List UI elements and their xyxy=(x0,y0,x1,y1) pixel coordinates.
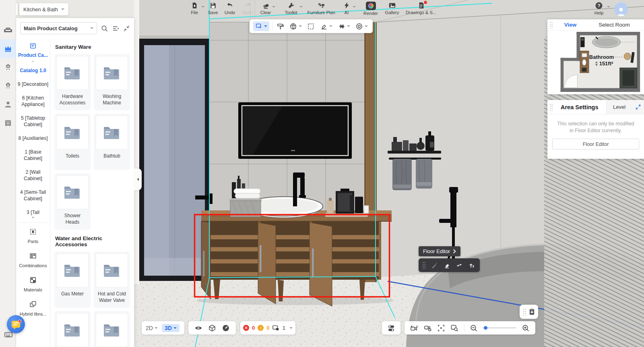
tool-combinations[interactable]: Combinations xyxy=(16,248,50,272)
rail-item-storage[interactable] xyxy=(0,114,16,132)
project-selector[interactable]: Kitchen & Bath xyxy=(19,3,68,15)
plugin-tool[interactable] xyxy=(336,22,351,31)
zoom-out-icon[interactable] xyxy=(470,324,478,332)
category-tall-cabinet[interactable]: 3 [Tall xyxy=(16,206,50,216)
support-chat-button[interactable] xyxy=(7,315,25,333)
drag-handle-icon[interactable] xyxy=(549,21,553,29)
performance-gauge-icon[interactable] xyxy=(222,324,230,332)
sofa-icon xyxy=(4,26,12,35)
eraser-icon[interactable] xyxy=(443,262,450,269)
tool-parts[interactable]: Parts xyxy=(16,224,50,248)
toolbar-file[interactable]: File xyxy=(186,2,203,15)
2d-button[interactable]: 2D xyxy=(146,325,158,331)
user-avatar[interactable] xyxy=(614,2,628,16)
catalog-folder-bathtub[interactable]: Bathtub xyxy=(94,114,130,170)
catalog-folder-gas-meter[interactable]: Gas Meter xyxy=(54,251,91,308)
floor-editor-button[interactable]: Floor Editor xyxy=(419,246,460,256)
search-icon[interactable] xyxy=(101,25,108,32)
panel-collapse-handle[interactable] xyxy=(134,168,142,190)
file-caret[interactable] xyxy=(201,6,204,8)
catalog-category-column: Product Ca... Catalog 1.0 9 [Decoration]… xyxy=(16,38,50,347)
expand-panel-button[interactable] xyxy=(632,100,644,114)
catalog-folder-shower-heads[interactable]: Shower Heads xyxy=(54,173,91,230)
rail-item-workspace[interactable] xyxy=(0,21,16,39)
category-tabletop-cabinet[interactable]: 5 [Tabletop Cabinet] xyxy=(16,111,50,131)
floor-plan-thumbnail[interactable]: Bathroom 151ft² xyxy=(547,31,644,93)
catalog-folder-washing-machine[interactable]: Washing Machine xyxy=(94,54,130,110)
chevron-down-icon xyxy=(289,327,293,329)
tool-materials[interactable]: Materials xyxy=(16,272,50,296)
clear-caret[interactable] xyxy=(272,6,275,8)
toggles-button[interactable] xyxy=(382,321,400,335)
toolbar-save[interactable]: Save xyxy=(204,2,221,15)
toolbar-toolkit[interactable]: Toolkit xyxy=(282,2,300,15)
ai-caret[interactable] xyxy=(353,6,356,8)
clipboard-button[interactable] xyxy=(520,305,538,319)
category-base-cabinet[interactable]: 1 [Base Cabinet] xyxy=(16,145,50,165)
target-tool[interactable] xyxy=(354,22,369,31)
catalog-folder-hot-cold-water-valve[interactable]: Hot and Cold Water Valve xyxy=(94,251,130,308)
drag-handle-icon[interactable] xyxy=(549,104,553,111)
zoom-slider[interactable] xyxy=(483,327,516,328)
tab-select-room[interactable]: Select Room xyxy=(588,22,640,28)
help-caret[interactable] xyxy=(607,6,610,8)
focus-center-icon[interactable] xyxy=(437,324,445,332)
visibility-eye-icon[interactable] xyxy=(194,324,202,332)
catalog-dropdown[interactable]: Main Product Catalog xyxy=(20,22,97,34)
scroll-down-icon[interactable] xyxy=(31,217,35,218)
category-decoration[interactable]: 9 [Decoration] xyxy=(16,77,50,91)
glass-door[interactable] xyxy=(134,0,213,284)
camera-settings-icon[interactable] xyxy=(424,324,432,332)
zoom-slider-handle[interactable] xyxy=(484,326,487,330)
catalog-folder-socket[interactable]: Socket xyxy=(54,311,91,347)
app-window: Kitchen & Bath File Save Undo Redo Clear… xyxy=(0,0,644,347)
cube-view-icon[interactable] xyxy=(208,324,216,332)
format-painter-tool[interactable] xyxy=(275,22,285,31)
toolbar-drawings[interactable]: Drawings & S... xyxy=(403,2,439,15)
catalog-folder-toilets[interactable]: Toilets xyxy=(54,114,91,170)
marquee-select-tool[interactable] xyxy=(306,22,316,31)
toolbar-redo[interactable]: Redo xyxy=(238,2,257,15)
rail-item-profile[interactable] xyxy=(0,95,16,114)
rail-item-badge-1[interactable] xyxy=(0,58,16,77)
camera-view-icon[interactable] xyxy=(410,324,419,332)
raise-floor-icon[interactable] xyxy=(468,262,475,269)
category-auxiliaries[interactable]: 8 [Auxiliaries] xyxy=(16,131,50,145)
toolbar-help[interactable]: ? Help xyxy=(591,2,607,15)
toolbar-render[interactable]: Render xyxy=(360,2,382,16)
catalog-folder-floor-heating-water[interactable]: Floor Heating Water xyxy=(94,311,130,347)
tab-level[interactable]: Level xyxy=(606,100,632,114)
rail-item-vip[interactable] xyxy=(0,39,16,58)
measure-tool[interactable] xyxy=(319,22,334,31)
toolbar-gallery[interactable]: Gallery xyxy=(382,2,402,15)
tab-product-catalog[interactable]: Product Ca... xyxy=(16,38,50,60)
category-kitchen-appliance[interactable]: 6 [Kitchen Appliance] xyxy=(16,91,50,111)
toolbar-ai[interactable]: AI xyxy=(341,2,353,15)
category-wall-cabinet[interactable]: 2 [Wall Cabinet] xyxy=(16,165,50,185)
catalog-folder-hardware-accessories[interactable]: Hardware Accessories xyxy=(54,54,91,110)
issues-bar[interactable]: ✕ 0 ! 0 1 xyxy=(240,321,295,335)
section-title: Sanitary Ware xyxy=(55,44,130,50)
collapse-icon[interactable] xyxy=(123,25,130,32)
flip-icon[interactable] xyxy=(456,262,463,269)
zoom-in-icon[interactable] xyxy=(522,324,530,332)
zoom-region-icon[interactable] xyxy=(450,324,459,332)
select-tool-active[interactable] xyxy=(253,21,269,31)
filter-icon[interactable] xyxy=(112,25,120,32)
floor-editor-panel-button[interactable]: Floor Editor xyxy=(552,139,639,150)
rail-item-badge-2[interactable] xyxy=(0,77,16,95)
area-settings-message: This selection can only be modified in F… xyxy=(551,121,640,134)
drag-handle-icon[interactable] xyxy=(422,262,425,269)
toolbar-undo[interactable]: Undo xyxy=(221,2,238,15)
toolbar-clear[interactable]: Clear xyxy=(258,2,274,15)
tab-view[interactable]: View xyxy=(553,22,588,28)
category-catalog-1-0[interactable]: Catalog 1.0 xyxy=(16,64,50,77)
3d-button[interactable]: 3D xyxy=(162,324,180,332)
category-semi-tall-cabinet[interactable]: 4 [Semi-Tall Cabinet] xyxy=(16,185,50,206)
toolkit-caret[interactable] xyxy=(299,6,303,8)
replace-model-tool[interactable] xyxy=(288,22,303,31)
dashed-select-icon xyxy=(307,23,315,30)
wall-tv[interactable] xyxy=(238,102,352,159)
pencil-icon[interactable] xyxy=(431,262,438,269)
toolbar-furniture-plan[interactable]: Furniture Plan xyxy=(304,2,338,15)
